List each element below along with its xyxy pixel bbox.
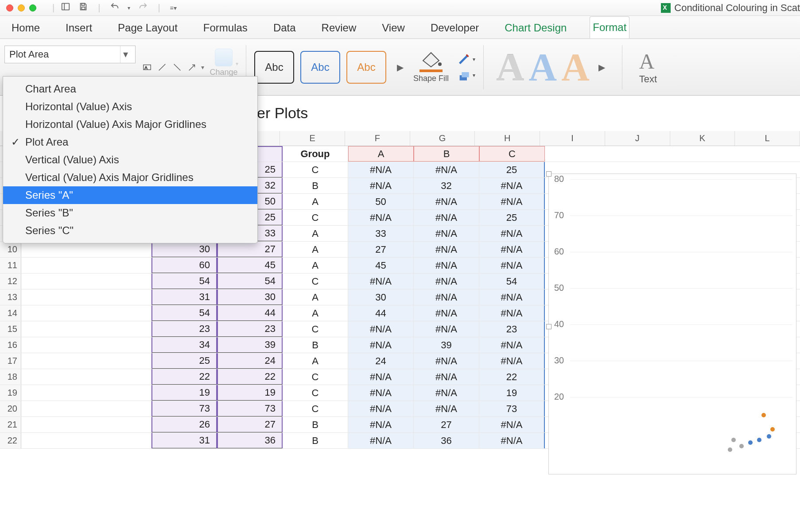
arrow-shape-icon[interactable] [186,61,198,73]
cell-series-a-header[interactable]: A [348,146,414,162]
cell-y[interactable]: 27 [217,242,283,257]
row-header[interactable]: 20 [0,401,21,416]
cell-a[interactable]: 27 [348,242,414,257]
cell-b[interactable]: #N/A [414,194,479,209]
text-fill-icon[interactable]: A [639,50,655,73]
cell-c[interactable]: #N/A [479,305,545,321]
cell-b[interactable]: #N/A [414,274,479,289]
cell-a[interactable]: 33 [348,226,414,241]
column-header-e[interactable]: E [280,131,345,146]
maximize-window-button[interactable] [29,4,36,12]
line-shape-2-icon[interactable] [171,61,183,73]
tab-review[interactable]: Review [319,17,359,39]
cell-a[interactable]: #N/A [348,401,414,416]
cell-c[interactable]: #N/A [479,194,545,209]
tab-data[interactable]: Data [271,17,299,39]
cell-b[interactable]: #N/A [414,226,479,241]
cell-b[interactable]: #N/A [414,289,479,305]
chart-plot-area[interactable] [570,179,792,469]
column-header-j[interactable]: J [605,131,670,146]
cell-x[interactable]: 30 [151,242,217,257]
cell-a[interactable]: 24 [348,353,414,369]
cell[interactable] [21,385,151,401]
dropdown-item[interactable]: Vertical (Value) Axis Major Gridlines [3,169,257,186]
cell-group[interactable]: A [283,305,348,321]
cell-c[interactable]: 25 [479,162,545,177]
cell-group[interactable]: B [283,433,348,448]
row-header[interactable]: 19 [0,385,21,401]
cell-c[interactable]: 73 [479,401,545,416]
cell-group[interactable]: A [283,289,348,305]
cell-group-header[interactable]: Group [283,146,348,162]
cell-x[interactable]: 25 [151,353,217,369]
dropdown-item[interactable]: Series "A" [3,186,257,204]
cell-group[interactable]: C [283,162,348,177]
redo-icon[interactable] [138,2,148,14]
cell-c[interactable]: 22 [479,369,545,385]
chart-resize-handle[interactable] [546,324,551,329]
chart-data-point[interactable] [761,413,766,417]
cell-a[interactable]: 50 [348,194,414,209]
cell-y[interactable]: 19 [217,385,283,401]
textbox-shape-icon[interactable]: A [141,61,153,73]
cell-b[interactable]: #N/A [414,258,479,273]
cell-group[interactable]: A [283,258,348,273]
row-header[interactable]: 15 [0,321,21,337]
chart-resize-handle[interactable] [546,171,551,177]
chart-element-select[interactable]: Plot Area ▾ [4,46,136,63]
cell[interactable] [21,401,151,416]
tab-view[interactable]: View [379,17,408,39]
cell-group[interactable]: C [283,401,348,416]
cell-group[interactable]: B [283,417,348,432]
save-icon[interactable] [78,2,88,14]
row-header[interactable]: 10 [0,242,21,257]
scatter-chart[interactable]: 20304050607080 [548,173,796,474]
row-header[interactable]: 14 [0,305,21,321]
shape-style-3[interactable]: Abc [346,51,386,84]
wordart-style-2[interactable]: A [529,48,557,87]
cell-a[interactable]: #N/A [348,178,414,193]
column-header-k[interactable]: K [670,131,735,146]
cell-a[interactable]: #N/A [348,417,414,432]
shape-style-2[interactable]: Abc [300,51,340,84]
cell-b[interactable]: #N/A [414,385,479,401]
shape-effects-button[interactable]: ▾ [458,69,475,81]
cell-group[interactable]: B [283,337,348,353]
column-header-h[interactable]: H [475,131,540,146]
row-header[interactable]: 17 [0,353,21,369]
cell-c[interactable]: #N/A [479,289,545,305]
row-header[interactable]: 22 [0,433,21,448]
column-header-l[interactable]: L [735,131,800,146]
tab-chart-design[interactable]: Chart Design [502,17,569,39]
cell-group[interactable]: C [283,274,348,289]
cell-group[interactable]: A [283,194,348,209]
close-window-button[interactable] [6,4,13,12]
dropdown-item[interactable]: Series "B" [3,204,257,222]
cell-a[interactable]: 30 [348,289,414,305]
row-header[interactable]: 16 [0,337,21,353]
cell-b[interactable]: #N/A [414,242,479,257]
cell-a[interactable]: #N/A [348,162,414,177]
cell-c[interactable]: 54 [479,274,545,289]
cell-x[interactable]: 31 [151,433,217,448]
chart-data-point[interactable] [757,438,761,442]
cell-b[interactable]: #N/A [414,162,479,177]
cell-c[interactable]: 19 [479,385,545,401]
cell-y[interactable]: 36 [217,433,283,448]
cell-b[interactable]: 27 [414,417,479,432]
cell-x[interactable]: 31 [151,289,217,305]
cell[interactable] [21,369,151,385]
chart-data-point[interactable] [767,434,771,439]
cell-series-c-header[interactable]: C [479,146,545,162]
shape-style-more-icon[interactable]: ▶ [392,62,408,73]
cell[interactable] [21,353,151,369]
cell-c[interactable]: #N/A [479,178,545,193]
cell-group[interactable]: A [283,226,348,241]
tab-developer[interactable]: Developer [428,17,482,39]
chevron-down-icon[interactable]: ▾ [120,46,131,63]
tab-page-layout[interactable]: Page Layout [115,17,180,39]
cell[interactable] [21,433,151,448]
cell-x[interactable]: 54 [151,274,217,289]
tab-insert[interactable]: Insert [63,17,95,39]
cell-y[interactable]: 30 [217,289,283,305]
